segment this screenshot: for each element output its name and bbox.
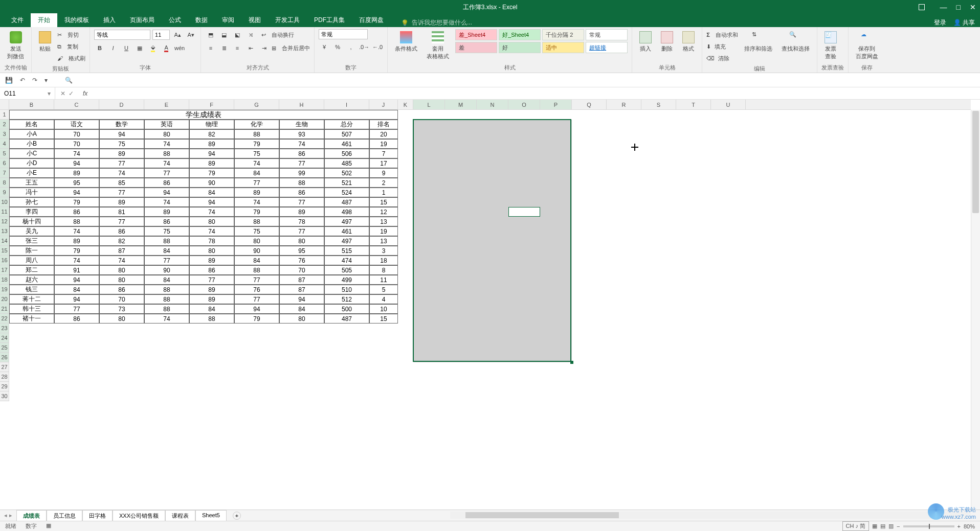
cell[interactable]: 语文	[54, 120, 99, 129]
style-bad[interactable]: 差	[455, 42, 497, 53]
merge-center-button[interactable]: ⊞ 合并后居中	[272, 42, 310, 54]
cell[interactable]: 474	[324, 256, 369, 265]
v-scroll-thumb[interactable]	[972, 111, 979, 213]
row-header-21[interactable]: 21	[0, 304, 9, 314]
cell[interactable]: 86	[144, 178, 189, 188]
style-medium[interactable]: 适中	[542, 42, 584, 53]
cell[interactable]: 88	[144, 285, 189, 294]
cell[interactable]: 74	[99, 168, 144, 178]
number-format-select[interactable]	[319, 29, 368, 39]
row-header-28[interactable]: 28	[0, 372, 9, 382]
phonetic-button[interactable]: wén	[174, 42, 185, 54]
cell[interactable]: 小A	[9, 129, 54, 139]
cell[interactable]: 461	[324, 226, 369, 236]
indent-inc-button[interactable]: ⇥	[258, 42, 270, 54]
col-header-D[interactable]: D	[99, 100, 144, 109]
ribbon-options-icon[interactable]	[919, 4, 925, 10]
row-header-17[interactable]: 17	[0, 265, 9, 275]
sheet-tab-3[interactable]: XXX公司销售额	[113, 510, 165, 522]
cell[interactable]: 80	[144, 129, 189, 139]
row-header-25[interactable]: 25	[0, 343, 9, 353]
cell[interactable]: 94	[54, 275, 99, 285]
cell[interactable]: 85	[99, 178, 144, 188]
cell[interactable]: 497	[324, 217, 369, 226]
cell[interactable]: 505	[324, 265, 369, 275]
cell[interactable]: 77	[99, 188, 144, 197]
cell[interactable]: 80	[234, 236, 279, 246]
cell[interactable]: 86	[144, 217, 189, 226]
cell[interactable]: 9	[369, 168, 398, 178]
row-header-30[interactable]: 30	[0, 391, 9, 401]
align-bottom-button[interactable]: ⬕	[232, 29, 243, 40]
col-header-O[interactable]: O	[508, 100, 540, 109]
cell[interactable]: 2	[369, 178, 398, 188]
cell[interactable]: 排名	[369, 120, 398, 129]
cells-area[interactable]: 学生成绩表姓名语文数学英语物理化学生物总分排名小A709480828893507…	[9, 110, 971, 510]
cell[interactable]: 89	[234, 188, 279, 197]
cell[interactable]: 4	[369, 294, 398, 304]
cell[interactable]: 5	[369, 285, 398, 294]
cell[interactable]: 74	[189, 226, 234, 236]
cell[interactable]: 78	[189, 236, 234, 246]
tab-pdf[interactable]: PDF工具集	[307, 13, 352, 27]
tab-insert[interactable]: 插入	[96, 13, 123, 27]
active-cell[interactable]	[508, 207, 540, 217]
redo-icon[interactable]: ↷	[32, 77, 37, 84]
cell[interactable]: 512	[324, 294, 369, 304]
tab-baidu[interactable]: 百度网盘	[352, 13, 391, 27]
cell[interactable]: 杨十四	[9, 217, 54, 226]
cell[interactable]: 89	[189, 139, 234, 149]
cell[interactable]: 学生成绩表	[9, 110, 398, 120]
cell[interactable]: 84	[144, 246, 189, 256]
cell[interactable]: 77	[144, 256, 189, 265]
orientation-button[interactable]: ⤭	[245, 29, 256, 40]
new-sheet-button[interactable]: +	[233, 512, 241, 520]
tab-dev[interactable]: 开发工具	[268, 13, 307, 27]
row-header-4[interactable]: 4	[0, 139, 9, 149]
cell[interactable]: 81	[99, 207, 144, 217]
cell[interactable]: 88	[144, 236, 189, 246]
cell[interactable]: 79	[54, 246, 99, 256]
cell[interactable]: 李四	[9, 207, 54, 217]
cell[interactable]: 95	[54, 178, 99, 188]
style-good-sheet4[interactable]: 好_Sheet4	[499, 29, 541, 40]
cell[interactable]: 77	[189, 275, 234, 285]
tab-view[interactable]: 视图	[241, 13, 268, 27]
row-header-15[interactable]: 15	[0, 246, 9, 256]
font-name-input[interactable]	[94, 30, 150, 40]
cell[interactable]: 94	[99, 129, 144, 139]
cell[interactable]: 75	[144, 226, 189, 236]
tab-home[interactable]: 开始	[31, 13, 57, 27]
row-header-1[interactable]: 1	[0, 110, 9, 120]
cell[interactable]: 80	[279, 236, 324, 246]
row-headers[interactable]: 1234567891011121314151617181920212223242…	[0, 110, 9, 401]
cell[interactable]: 89	[99, 149, 144, 158]
cell[interactable]: 70	[279, 265, 324, 275]
row-header-20[interactable]: 20	[0, 294, 9, 304]
cell[interactable]: 18	[369, 256, 398, 265]
cell[interactable]: 79	[234, 139, 279, 149]
indent-dec-button[interactable]: ⇤	[245, 42, 256, 54]
view-normal-icon[interactable]: ▦	[872, 523, 877, 529]
row-header-24[interactable]: 24	[0, 333, 9, 343]
cell[interactable]: 77	[279, 226, 324, 236]
cell[interactable]: 17	[369, 158, 398, 168]
cell[interactable]: 张三	[9, 236, 54, 246]
cell[interactable]: 19	[369, 139, 398, 149]
cell[interactable]: 88	[144, 304, 189, 314]
cell[interactable]: 507	[324, 129, 369, 139]
h-scroll-thumb[interactable]	[465, 512, 619, 518]
sheet-nav-last-icon[interactable]: ▸	[9, 512, 12, 519]
cell[interactable]: 7	[369, 149, 398, 158]
col-header-G[interactable]: G	[234, 100, 279, 109]
cell[interactable]: 小E	[9, 168, 54, 178]
cell[interactable]: 小B	[9, 139, 54, 149]
minimize-button[interactable]: —	[940, 3, 947, 11]
cell[interactable]: 韩十三	[9, 304, 54, 314]
cell[interactable]: 79	[234, 314, 279, 324]
cell[interactable]: 74	[54, 149, 99, 158]
name-box[interactable]: O11▾	[0, 87, 55, 99]
cell[interactable]: 74	[144, 139, 189, 149]
delete-cells-button[interactable]: 删除	[658, 29, 676, 55]
cell[interactable]: 1	[369, 188, 398, 197]
